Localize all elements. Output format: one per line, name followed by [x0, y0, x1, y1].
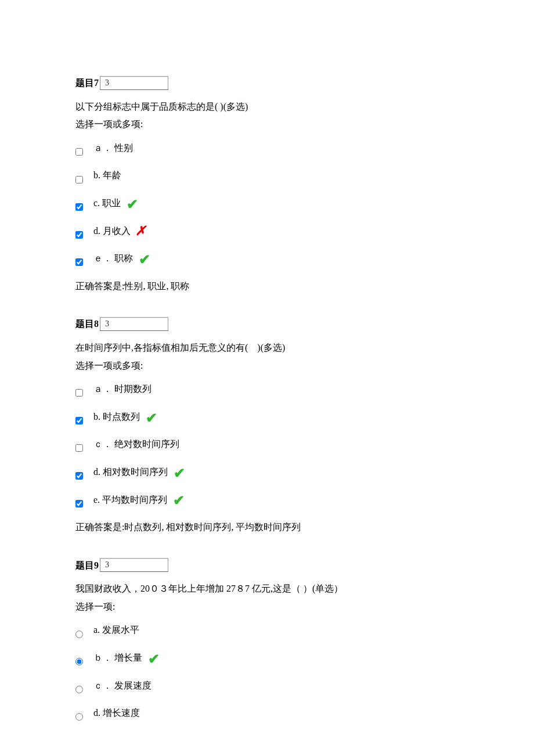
option-label: ｃ． 发展速度	[93, 678, 151, 693]
option-row: a. 发展水平	[75, 622, 459, 638]
question-instruction: 选择一项或多项:	[75, 358, 459, 373]
option-checkbox[interactable]	[75, 148, 83, 156]
option-checkbox[interactable]	[75, 417, 83, 424]
option-label: b. 年龄	[93, 168, 121, 183]
option-label: a. 发展水平	[93, 622, 139, 638]
option-label: d. 相对数时间序列	[93, 465, 168, 480]
score-input[interactable]: 3	[100, 76, 168, 90]
question-header: 题目8 3	[75, 316, 459, 332]
question-text: 我国财政收入，20０３年比上年增加 27８7 亿元,这是（ ）(单选）	[75, 581, 459, 596]
option-text: 职业	[102, 198, 121, 208]
incorrect-mark-icon: ✗	[135, 225, 146, 237]
correct-mark-icon: ✔	[139, 253, 150, 267]
option-prefix: a.	[93, 625, 100, 635]
option-row: ｃ． 绝对数时间序列	[75, 437, 459, 452]
question-label: 题目8	[75, 316, 99, 332]
question-header: 题目9 3	[75, 558, 459, 573]
option-text: 职称	[114, 253, 133, 263]
correct-mark-icon: ✔	[148, 652, 160, 666]
option-text: 增长速度	[103, 708, 140, 718]
option-text: 年龄	[103, 170, 121, 180]
option-row: ｅ． 职称 ✔	[75, 251, 459, 266]
option-label: e. 平均数时间序列	[93, 492, 167, 507]
option-prefix: ｅ．	[93, 253, 112, 263]
option-checkbox[interactable]	[75, 231, 83, 239]
option-text: 时期数列	[114, 384, 151, 394]
option-text: 时点数列	[103, 412, 140, 422]
option-row: ａ． 时期数列	[75, 381, 459, 397]
correct-mark-icon: ✔	[174, 466, 185, 480]
correct-mark-icon: ✔	[173, 494, 185, 507]
question-text: 在时间序列中,各指标值相加后无意义的有( )(多选)	[75, 340, 459, 355]
option-prefix: d.	[93, 708, 100, 718]
option-text: 月收入	[103, 226, 131, 236]
option-text: 性别	[114, 143, 133, 153]
option-radio[interactable]	[75, 631, 83, 638]
score-input[interactable]: 3	[100, 317, 168, 331]
option-prefix: b.	[93, 170, 100, 180]
option-label: ａ． 性别	[93, 141, 133, 156]
question-instruction: 选择一项:	[75, 599, 459, 614]
option-label: c. 职业	[93, 196, 121, 211]
correct-answer-line: 正确答案是:时点数列, 相对数时间序列, 平均数时间序列	[75, 520, 459, 535]
option-checkbox[interactable]	[75, 472, 83, 480]
option-radio[interactable]	[75, 686, 83, 693]
question-label: 题目9	[75, 558, 99, 573]
question-instruction: 选择一项或多项:	[75, 117, 459, 132]
correct-answer-line: 正确答案是:性别, 职业, 职称	[75, 279, 459, 294]
option-prefix: e.	[93, 495, 100, 505]
option-text: 平均数时间序列	[102, 495, 167, 505]
option-prefix: b.	[93, 412, 100, 422]
option-row: b. 时点数列 ✔	[75, 409, 459, 424]
option-label: d. 月收入	[93, 224, 131, 239]
question-block: 题目8 3 在时间序列中,各指标值相加后无意义的有( )(多选) 选择一项或多项…	[75, 316, 459, 534]
option-row: ａ． 性别	[75, 141, 459, 156]
option-text: 发展速度	[114, 681, 151, 690]
option-prefix: c.	[93, 198, 100, 208]
option-checkbox[interactable]	[75, 176, 83, 183]
option-text: 绝对数时间序列	[114, 439, 179, 449]
option-checkbox[interactable]	[75, 258, 83, 266]
question-text: 以下分组标志中属于品质标志的是( )(多选)	[75, 99, 459, 114]
option-row: ｃ． 发展速度	[75, 678, 459, 693]
option-radio[interactable]	[75, 713, 83, 721]
option-prefix: ａ．	[93, 143, 112, 153]
option-radio[interactable]	[75, 658, 83, 665]
option-prefix: ｃ．	[93, 439, 112, 449]
option-prefix: ａ．	[93, 384, 112, 394]
option-text: 相对数时间序列	[103, 467, 168, 477]
option-checkbox[interactable]	[75, 444, 83, 452]
score-input[interactable]: 3	[100, 558, 168, 572]
option-checkbox[interactable]	[75, 389, 83, 397]
question-header: 题目7 3	[75, 75, 459, 91]
correct-mark-icon: ✔	[146, 411, 157, 425]
option-row: d. 月收入 ✗	[75, 224, 459, 239]
option-prefix: ｂ．	[93, 653, 112, 663]
option-text: 发展水平	[102, 625, 139, 635]
option-row: b. 年龄	[75, 168, 459, 183]
option-row: e. 平均数时间序列 ✔	[75, 492, 459, 507]
option-prefix: ｃ．	[93, 681, 112, 690]
option-row: d. 增长速度	[75, 705, 459, 721]
option-prefix: d.	[93, 467, 100, 477]
option-label: ｃ． 绝对数时间序列	[93, 437, 179, 452]
question-block: 题目7 3 以下分组标志中属于品质标志的是( )(多选) 选择一项或多项: ａ．…	[75, 75, 459, 293]
option-row: c. 职业 ✔	[75, 196, 459, 211]
option-checkbox[interactable]	[75, 500, 83, 507]
option-label: b. 时点数列	[93, 409, 140, 424]
option-row: d. 相对数时间序列 ✔	[75, 465, 459, 480]
option-label: ａ． 时期数列	[93, 381, 151, 397]
option-prefix: d.	[93, 226, 100, 236]
correct-mark-icon: ✔	[127, 197, 138, 211]
option-label: d. 增长速度	[93, 705, 140, 721]
question-block: 题目9 3 我国财政收入，20０３年比上年增加 27８7 亿元,这是（ ）(单选…	[75, 558, 459, 721]
option-label: ｂ． 增长量	[93, 650, 142, 665]
option-row: ｂ． 增长量 ✔	[75, 650, 459, 665]
option-checkbox[interactable]	[75, 203, 83, 211]
question-label: 题目7	[75, 75, 99, 91]
option-text: 增长量	[114, 653, 142, 663]
option-label: ｅ． 职称	[93, 251, 133, 266]
